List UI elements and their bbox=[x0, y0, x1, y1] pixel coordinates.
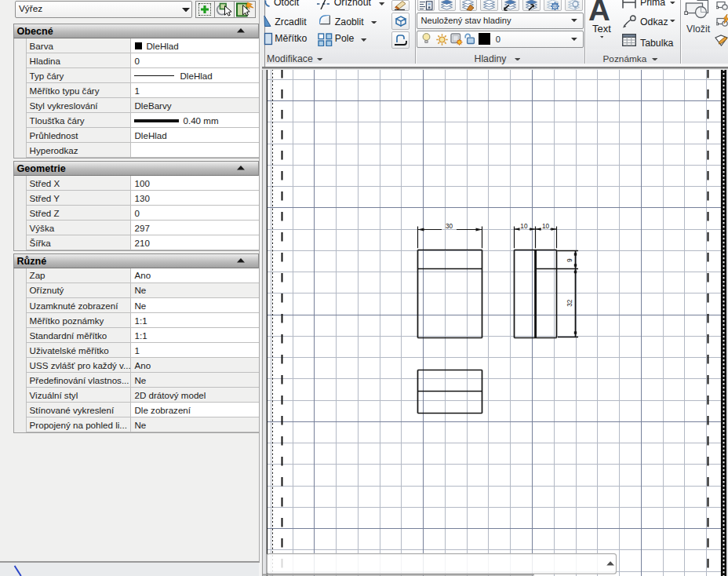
svg-text:32: 32 bbox=[566, 299, 573, 307]
svg-text:30: 30 bbox=[446, 223, 453, 230]
svg-text:10: 10 bbox=[520, 223, 528, 230]
svg-text:9: 9 bbox=[566, 258, 573, 262]
svg-text:10: 10 bbox=[542, 223, 550, 230]
